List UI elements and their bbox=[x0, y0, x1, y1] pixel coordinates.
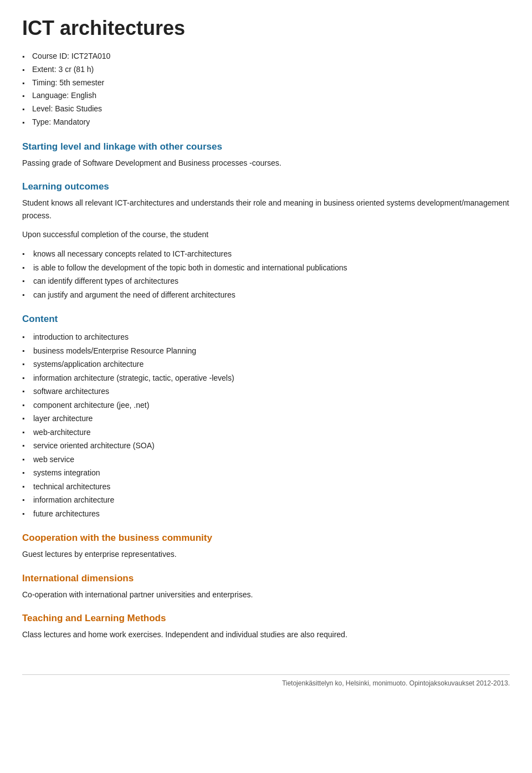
meta-course-id: Course ID: ICT2TA010 bbox=[22, 50, 510, 63]
completion-intro: Upon successful completion of the course… bbox=[22, 228, 510, 240]
content-item-5: software architectures bbox=[22, 385, 510, 398]
international-heading: International dimensions bbox=[22, 573, 510, 584]
content-heading: Content bbox=[22, 314, 510, 325]
content-item-7: layer architecture bbox=[22, 412, 510, 426]
content-item-14: future architectures bbox=[22, 507, 510, 521]
meta-list: Course ID: ICT2TA010 Extent: 3 cr (81 h)… bbox=[22, 50, 510, 129]
cooperation-heading: Cooperation with the business community bbox=[22, 533, 510, 544]
content-item-8: web-architecture bbox=[22, 426, 510, 439]
meta-type: Type: Mandatory bbox=[22, 116, 510, 129]
content-item-1: introduction to architectures bbox=[22, 330, 510, 344]
learning-outcomes-intro: Student knows all relevant ICT-architect… bbox=[22, 197, 510, 222]
content-item-10: web service bbox=[22, 453, 510, 467]
outcome-1: knows all necessary concepts related to … bbox=[22, 247, 510, 261]
teaching-heading: Teaching and Learning Methods bbox=[22, 613, 510, 624]
content-item-13: information architecture bbox=[22, 493, 510, 507]
meta-language: Language: English bbox=[22, 89, 510, 103]
content-item-3: systems/application architecture bbox=[22, 357, 510, 371]
learning-outcomes-heading: Learning outcomes bbox=[22, 181, 510, 192]
outcome-2: is able to follow the development of the… bbox=[22, 261, 510, 275]
teaching-text: Class lectures and home work exercises. … bbox=[22, 628, 510, 641]
starting-level-text: Passing grade of Software Development an… bbox=[22, 157, 510, 169]
content-item-2: business models/Enterprise Resource Plan… bbox=[22, 344, 510, 358]
meta-extent: Extent: 3 cr (81 h) bbox=[22, 63, 510, 76]
content-item-6: component architecture (jee, .net) bbox=[22, 398, 510, 412]
international-text: Co-operation with international partner … bbox=[22, 588, 510, 601]
outcome-3: can identify different types of architec… bbox=[22, 274, 510, 288]
learning-outcomes-list: knows all necessary concepts related to … bbox=[22, 247, 510, 301]
content-list: introduction to architectures business m… bbox=[22, 330, 510, 520]
footer: Tietojenkäsittelyn ko, Helsinki, monimuo… bbox=[22, 674, 510, 687]
content-item-4: information architecture (strategic, tac… bbox=[22, 371, 510, 385]
meta-timing: Timing: 5th semester bbox=[22, 76, 510, 90]
outcome-4: can justify and argument the need of dif… bbox=[22, 288, 510, 302]
content-item-11: systems integration bbox=[22, 466, 510, 480]
content-item-9: service oriented architecture (SOA) bbox=[22, 439, 510, 453]
content-item-12: technical architectures bbox=[22, 480, 510, 494]
page-title: ICT architectures bbox=[22, 17, 510, 40]
meta-level: Level: Basic Studies bbox=[22, 103, 510, 116]
footer-text: Tietojenkäsittelyn ko, Helsinki, monimuo… bbox=[282, 679, 510, 687]
cooperation-text: Guest lectures by enterprise representat… bbox=[22, 548, 510, 560]
starting-level-heading: Starting level and linkage with other co… bbox=[22, 141, 510, 152]
